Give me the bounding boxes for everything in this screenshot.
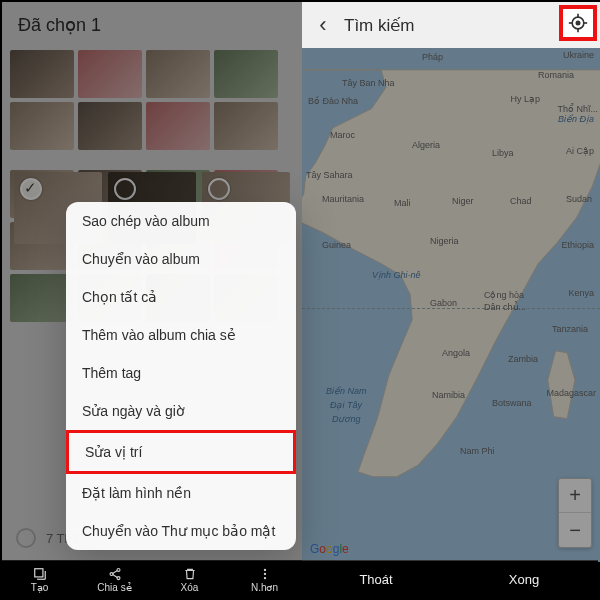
thumbnail[interactable] <box>146 50 210 98</box>
bottom-toolbar: Tạo Chia sẻ Xóa N.hơn Thoát Xong <box>2 560 598 598</box>
thumbnail[interactable] <box>10 274 74 322</box>
map-label: Angola <box>442 348 470 358</box>
map-label: Tây Sahara <box>306 170 353 180</box>
svg-point-1 <box>576 21 581 26</box>
thumbnail[interactable] <box>214 50 278 98</box>
map-label: Mauritania <box>322 194 364 204</box>
more-label: N.hơn <box>251 582 278 593</box>
trash-icon <box>183 567 197 581</box>
map-label: Nam Phi <box>460 446 495 456</box>
svg-point-15 <box>263 572 265 574</box>
more-icon <box>258 567 272 581</box>
share-icon <box>108 567 122 581</box>
share-button[interactable]: Chia sẻ <box>77 567 152 593</box>
back-button[interactable]: ‹ <box>310 12 336 38</box>
gallery-pane: Đã chọn 1 <box>2 2 302 562</box>
map-label: Mali <box>394 198 411 208</box>
selection-count-title: Đã chọn 1 <box>2 2 302 48</box>
cancel-button[interactable]: Thoát <box>302 572 450 587</box>
delete-label: Xóa <box>181 582 199 593</box>
menu-edit-location[interactable]: Sửa vị trí <box>66 430 296 474</box>
delete-button[interactable]: Xóa <box>152 567 227 593</box>
search-label[interactable]: Tìm kiếm <box>344 15 414 36</box>
create-label: Tạo <box>31 582 49 593</box>
thumbnail[interactable] <box>78 102 142 150</box>
map-label: Tây Ban Nha <box>342 78 395 88</box>
map-label: Botswana <box>492 398 532 408</box>
map-label: Guinea <box>322 240 351 250</box>
map-label: Pháp <box>422 52 443 62</box>
done-button[interactable]: Xong <box>450 572 598 587</box>
thumbnail[interactable] <box>10 50 74 98</box>
map-label: Chad <box>510 196 532 206</box>
thumbnail[interactable] <box>78 50 142 98</box>
menu-select-all[interactable]: Chọn tất cả <box>66 278 296 316</box>
map-label: Thổ Nhĩ... <box>557 104 598 114</box>
map-label: Libya <box>492 148 514 158</box>
map-label: Đại Tây <box>330 400 362 410</box>
map-label: Biển Địa <box>558 114 594 124</box>
thumbnail[interactable] <box>146 102 210 150</box>
menu-edit-datetime[interactable]: Sửa ngày và giờ <box>66 392 296 430</box>
create-icon <box>33 567 47 581</box>
map-label: Zambia <box>508 354 538 364</box>
crosshair-icon <box>568 13 588 33</box>
map-pane: ‹ Tìm kiếm Pháp Ukraine Rom <box>302 2 600 562</box>
map-label: Hy Lạp <box>510 94 540 104</box>
checkmark-icon[interactable] <box>20 178 42 200</box>
context-menu: Sao chép vào album Chuyển vào album Chọn… <box>66 202 296 550</box>
create-button[interactable]: Tạo <box>2 567 77 593</box>
zoom-in-button[interactable]: + <box>559 479 591 513</box>
map-canvas[interactable]: Pháp Ukraine Romania Tây Ban Nha Bồ Đào … <box>302 48 600 562</box>
svg-line-13 <box>112 574 117 577</box>
map-header: ‹ Tìm kiếm <box>302 2 600 48</box>
map-label: Cộng hòa <box>484 290 524 300</box>
menu-add-tag[interactable]: Thêm tag <box>66 354 296 392</box>
menu-set-wallpaper[interactable]: Đặt làm hình nền <box>66 474 296 512</box>
map-label: Sudan <box>566 194 592 204</box>
map-label: Gabon <box>430 298 457 308</box>
google-logo: Google <box>310 542 349 556</box>
map-label: Bồ Đào Nha <box>308 96 358 106</box>
map-label: Madagascar <box>546 388 596 398</box>
thumbnail[interactable] <box>10 102 74 150</box>
svg-rect-6 <box>34 568 42 576</box>
map-label: Biển Nam <box>326 386 367 396</box>
map-label: Nigeria <box>430 236 459 246</box>
menu-add-shared-album[interactable]: Thêm vào album chia sẻ <box>66 316 296 354</box>
select-circle[interactable] <box>208 178 230 200</box>
select-all-circle[interactable] <box>16 528 36 548</box>
share-label: Chia sẻ <box>97 582 131 593</box>
map-label: Dân chủ... <box>484 302 526 312</box>
map-label: Ai Cập <box>566 146 594 156</box>
svg-point-14 <box>263 568 265 570</box>
map-label: Algeria <box>412 140 440 150</box>
menu-copy-to-album[interactable]: Sao chép vào album <box>66 202 296 240</box>
svg-point-16 <box>263 576 265 578</box>
menu-move-to-album[interactable]: Chuyển vào album <box>66 240 296 278</box>
map-label: Namibia <box>432 390 465 400</box>
map-label: Ukraine <box>563 50 594 60</box>
thumbnail[interactable] <box>214 102 278 150</box>
map-label: Maroc <box>330 130 355 140</box>
map-label: Vịnh Ghi-nê <box>372 270 421 280</box>
map-label: Dương <box>332 414 361 424</box>
map-label: Niger <box>452 196 474 206</box>
select-circle[interactable] <box>114 178 136 200</box>
my-location-button[interactable] <box>559 5 597 41</box>
equator-line <box>302 308 600 309</box>
map-label: Kenya <box>568 288 594 298</box>
menu-move-secure-folder[interactable]: Chuyển vào Thư mục bảo mật <box>66 512 296 550</box>
svg-line-12 <box>112 570 117 573</box>
more-button[interactable]: N.hơn <box>227 567 302 593</box>
zoom-out-button[interactable]: − <box>559 513 591 547</box>
zoom-control: + − <box>558 478 592 548</box>
map-label: Romania <box>538 70 574 80</box>
map-label: Tanzania <box>552 324 588 334</box>
map-label: Ethiopia <box>561 240 594 250</box>
